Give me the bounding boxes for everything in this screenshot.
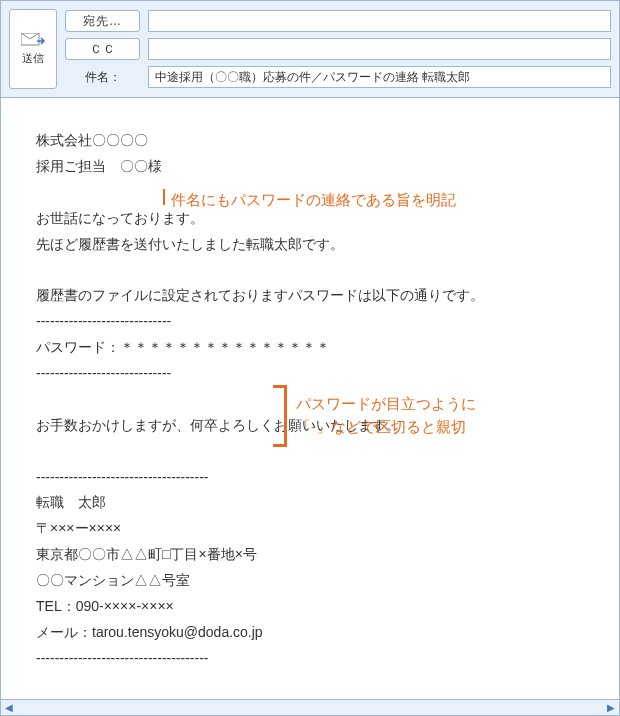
horizontal-scrollbar[interactable]: ◀ ▶	[1, 699, 619, 715]
annotation-1-pointer	[163, 189, 165, 205]
body-line: 株式会社〇〇〇〇	[36, 128, 584, 154]
mail-body[interactable]: 株式会社〇〇〇〇採用ご担当 〇〇様 お世話になっております。先ほど履歴書を送付い…	[1, 98, 619, 699]
mail-header: 送信 宛先… ＣＣ 件名：	[1, 1, 619, 98]
mail-compose-window: 送信 宛先… ＣＣ 件名： 株式会社〇〇〇〇採用ご担当 〇〇様 お世話になってお…	[0, 0, 620, 716]
body-line: 履歴書のファイルに設定されておりますパスワードは以下の通りです。	[36, 283, 584, 309]
body-line: 東京都〇〇市△△町□丁目×番地×号	[36, 542, 584, 568]
body-line: TEL：090-××××-××××	[36, 594, 584, 620]
to-input[interactable]	[148, 10, 611, 32]
cc-row: ＣＣ	[65, 37, 611, 61]
body-line	[36, 257, 584, 283]
subject-label: 件名：	[65, 69, 140, 86]
send-button-label: 送信	[22, 51, 44, 66]
body-line: -------------------------------------	[36, 465, 584, 491]
body-wrapper: 株式会社〇〇〇〇採用ご担当 〇〇様 お世話になっております。先ほど履歴書を送付い…	[1, 98, 619, 715]
body-line: パスワード：＊＊＊＊＊＊＊＊＊＊＊＊＊＊＊	[36, 335, 584, 361]
body-line: -------------------------------------	[36, 646, 584, 672]
subject-input[interactable]	[148, 66, 611, 88]
body-line: メール：tarou.tensyoku@doda.co.jp	[36, 620, 584, 646]
to-row: 宛先…	[65, 9, 611, 33]
body-line: -----------------------------	[36, 361, 584, 387]
body-line: 採用ご担当 〇〇様	[36, 154, 584, 180]
body-line: 〒×××ー××××	[36, 516, 584, 542]
scroll-left-button[interactable]: ◀	[1, 700, 17, 716]
header-fields: 宛先… ＣＣ 件名：	[65, 9, 611, 89]
cc-input[interactable]	[148, 38, 611, 60]
body-line	[36, 387, 584, 413]
to-button[interactable]: 宛先…	[65, 10, 140, 32]
body-line	[36, 180, 584, 206]
triangle-right-icon: ▶	[607, 702, 615, 713]
triangle-left-icon: ◀	[5, 702, 13, 713]
send-button[interactable]: 送信	[9, 9, 57, 89]
envelope-send-icon	[21, 33, 45, 49]
scroll-right-button[interactable]: ▶	[603, 700, 619, 716]
annotation-2-bracket	[273, 385, 287, 447]
body-line: 転職 太郎	[36, 490, 584, 516]
body-line: 先ほど履歴書を送付いたしました転職太郎です。	[36, 232, 584, 258]
subject-row: 件名：	[65, 65, 611, 89]
body-line	[36, 439, 584, 465]
body-line: 〇〇マンション△△号室	[36, 568, 584, 594]
body-line: -----------------------------	[36, 309, 584, 335]
cc-button[interactable]: ＣＣ	[65, 38, 140, 60]
body-line: お世話になっております。	[36, 206, 584, 232]
body-line: お手数おかけしますが、何卒よろしくお願いいたします。	[36, 413, 584, 439]
